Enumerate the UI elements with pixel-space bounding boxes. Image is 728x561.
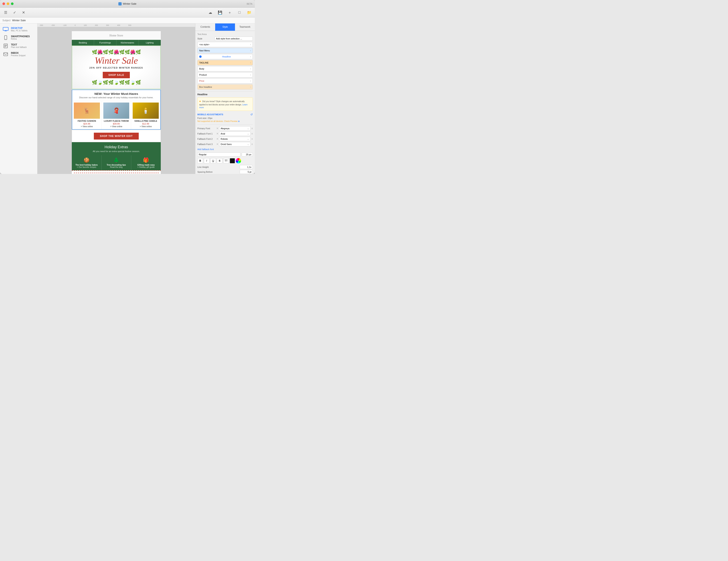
product-throw-price: $39.99 (103, 123, 129, 125)
svg-point-3 (5, 39, 6, 39)
fallback2-select[interactable]: Roboto ⌄ (219, 137, 251, 141)
spacing-before-input[interactable]: 5 pt (240, 170, 253, 174)
smartphones-sub: Retina (11, 38, 30, 40)
nav-item-bedding[interactable]: Bedding (72, 40, 94, 46)
style-item-tagline[interactable]: TAGLINE › (197, 60, 253, 65)
line-height-input[interactable]: 1,1x (240, 165, 253, 169)
style-item-no-style[interactable]: <no style> › (197, 42, 253, 47)
shop-btn[interactable]: Shop the Winter Edit (94, 133, 139, 140)
fallback1-select[interactable]: Arial ⌄ (219, 131, 251, 136)
strikethrough-btn[interactable]: S (217, 158, 222, 163)
bold-btn[interactable]: B (197, 158, 203, 163)
style-row: Style Add style from selection ... (197, 37, 253, 41)
sidebar-item-smartphones[interactable]: SMARTPHONES Retina (0, 33, 37, 42)
fallback2-list-icon[interactable]: ≡ (251, 138, 253, 140)
ruler: -300 -200 -100 0 100 200 300 400 500 (37, 23, 195, 27)
fallback1-clear[interactable]: ✕ (216, 132, 218, 135)
close-button[interactable] (2, 2, 5, 5)
mobile-font-size: Font size: 23px (197, 117, 253, 119)
cloud-icon[interactable]: ☁ (207, 9, 214, 16)
canvas-scroll[interactable]: Home Store Bedding Furnishings Kitchenwa… (37, 27, 195, 174)
holiday-extras-section: Holiday Extras All you need for an extra… (72, 142, 161, 170)
view-icon[interactable]: □ (236, 9, 243, 16)
save-icon[interactable]: 💾 (217, 9, 223, 16)
measures-section: Line Height 1,1x Spacing Before 5 pt Spa… (197, 165, 253, 174)
chevron-icon: › (250, 55, 251, 58)
folder-icon[interactable]: 📁 (246, 9, 252, 16)
inbox-label: INBOX (11, 52, 25, 54)
underline-btn[interactable]: U (210, 158, 216, 163)
maximize-button[interactable] (11, 2, 14, 5)
fallback3-list-icon[interactable]: ≡ (251, 143, 253, 146)
chevron-icon: › (250, 67, 251, 70)
tree-icon: 🌲 (103, 157, 130, 163)
font-list-icon[interactable]: ≡ (251, 127, 253, 130)
info-text: Did you know? Style changes are automati… (199, 100, 245, 106)
subject-value: Winter Sale (12, 19, 26, 22)
fallback2-clear[interactable]: ✕ (216, 138, 218, 140)
fallback1-list-icon[interactable]: ≡ (251, 132, 253, 135)
extra-gifting: 🎁 Gifting made easy > Holiday gift guide (131, 155, 161, 170)
color-picker-icon[interactable] (236, 158, 241, 163)
svg-rect-1 (5, 31, 7, 31)
chevron-icon: › (250, 73, 251, 76)
fallback3-select[interactable]: Droid Sans ⌄ (219, 142, 251, 146)
sidebar-item-text[interactable]: TEXT Plain text fallback (0, 42, 37, 50)
product-throw-link[interactable]: > View online (103, 125, 129, 128)
preview-icon[interactable]: ⊕ (238, 120, 240, 122)
italic-btn[interactable]: I (204, 158, 210, 163)
tab-style[interactable]: Style (215, 23, 235, 31)
fallback2-font-row: Fallback Font 2 ✕ Roboto ⌄ ≡ (197, 137, 253, 141)
style-item-headline[interactable]: Headline › (197, 54, 253, 59)
sidebar-item-inbox[interactable]: INBOX Preview Snippet (0, 50, 37, 58)
divider-2 (197, 124, 253, 125)
section-title: NEW: Your Winter Must-Haves (74, 92, 158, 95)
style-item-box-headline[interactable]: Box headline › (197, 84, 253, 90)
desktop-icon (2, 27, 9, 32)
product-candle-link[interactable]: > View online (133, 125, 159, 128)
shop-btn-section: Shop the Winter Edit (72, 130, 161, 142)
minimize-button[interactable] (7, 2, 9, 5)
section-header: NEW: Your Winter Must-Haves Discover our… (72, 90, 160, 101)
format-style-select[interactable]: Regular (197, 152, 240, 157)
tab-teamwork[interactable]: Teamwork (235, 23, 255, 31)
font-size-input[interactable]: 25 px (242, 152, 253, 157)
primary-font-select[interactable]: Alegreya ⌄ (219, 126, 251, 131)
text-color-swatch[interactable] (230, 158, 235, 163)
primary-font-clear[interactable]: ✕ (216, 127, 218, 130)
bakes-link[interactable]: > Our favorite recipes (73, 166, 100, 168)
style-item-body[interactable]: Body › (197, 66, 253, 71)
add-fallback-btn[interactable]: Add fallback font (197, 148, 253, 150)
email-nav: Bedding Furnishings Kitchenwares Lightin… (72, 40, 161, 46)
product-candle-img: 🕯️ (133, 103, 159, 119)
nav-item-furnishings[interactable]: Furnishings (94, 40, 116, 46)
gifting-link[interactable]: > Holiday gift guide (132, 166, 160, 168)
product-candle-price: $12.99 (133, 123, 159, 125)
toolbar-icon-3[interactable]: ✕ (20, 9, 27, 16)
hero-btn[interactable]: Shop Sale (103, 72, 130, 78)
sidebar-item-desktop[interactable]: DESKTOP Mac, PC & Tablets (0, 25, 37, 33)
products-row: 🦌 Festive Cushion $24.99 > View online 🧣… (72, 101, 160, 129)
transform-btn[interactable]: TT (223, 158, 229, 163)
style-item-navi-menu[interactable]: Navi Menu › (197, 48, 253, 53)
style-select[interactable]: Add style from selection ... (215, 37, 253, 41)
product-cushion-link[interactable]: > View online (74, 125, 100, 128)
style-item-price[interactable]: Price › (197, 78, 253, 84)
style-item-product[interactable]: Product › (197, 72, 253, 77)
tree-link[interactable]: Read the blog (103, 166, 130, 168)
toolbar-icon-1[interactable]: ☰ (2, 9, 9, 16)
hero-title: Winter Sale (74, 56, 158, 65)
nav-item-kitchenwares[interactable]: Kitchenwares (116, 40, 139, 46)
email-header: Home Store (72, 31, 161, 40)
primary-font-row: Primary Font ✕ Alegreya ⌄ ≡ (197, 126, 253, 131)
reset-icon[interactable]: ↺ (250, 113, 253, 116)
hero-subtitle: 25% OFF SELECTED WINTER RANGES (74, 67, 158, 69)
add-icon[interactable]: ＋ (226, 9, 233, 16)
chevron-icon: ⌄ (247, 127, 249, 130)
gift-icon: 🎁 (132, 157, 160, 163)
nav-item-lighting[interactable]: Lighting (139, 40, 161, 46)
toolbar-icon-2[interactable]: ✓ (11, 9, 18, 16)
primary-font-label: Primary Font (197, 127, 216, 130)
tab-contents[interactable]: Contents (195, 23, 215, 31)
fallback3-clear[interactable]: ✕ (216, 143, 218, 146)
